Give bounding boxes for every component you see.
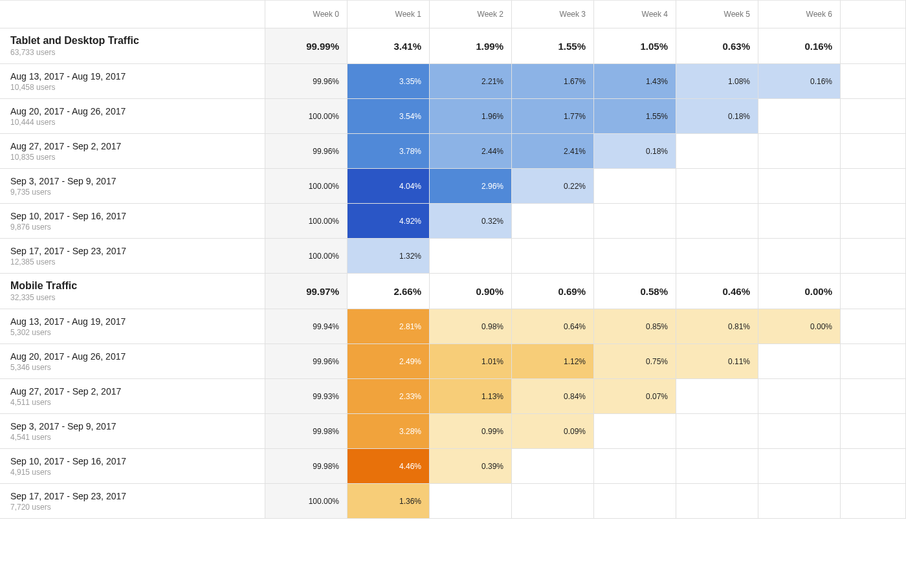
retention-cell — [758, 484, 841, 519]
cohort-label: Aug 27, 2017 - Sep 2, 201710,835 users — [0, 134, 265, 169]
cohort-label: Sep 3, 2017 - Sep 9, 20174,541 users — [0, 414, 265, 449]
summary-cell: 99.99% — [265, 28, 348, 64]
summary-cell: 1.05% — [594, 28, 676, 64]
row-gutter — [841, 239, 906, 274]
retention-cell — [758, 239, 841, 274]
retention-cell — [676, 204, 758, 239]
cohort-users: 10,458 users — [10, 83, 254, 92]
retention-cell — [512, 239, 594, 274]
retention-cell: 0.39% — [430, 449, 512, 484]
cohort-users: 4,915 users — [10, 468, 254, 477]
retention-cell: 0.85% — [594, 309, 676, 344]
retention-cell: 0.07% — [594, 379, 676, 414]
retention-cell: 0.32% — [430, 204, 512, 239]
retention-cell: 100.00% — [265, 239, 348, 274]
summary-cell: 0.90% — [430, 274, 512, 309]
cohort-date-range: Sep 17, 2017 - Sep 23, 2017 — [10, 246, 254, 256]
retention-cell: 99.93% — [265, 379, 348, 414]
summary-cell: 0.46% — [676, 274, 758, 309]
cohort-label: Aug 20, 2017 - Aug 26, 201710,444 users — [0, 99, 265, 134]
retention-cell: 2.33% — [348, 379, 430, 414]
cohort-users: 4,541 users — [10, 433, 254, 442]
column-header: Week 5 — [676, 0, 758, 28]
summary-cell: 99.97% — [265, 274, 348, 309]
retention-cell: 0.00% — [758, 309, 841, 344]
segment-label: Mobile Traffic32,335 users — [0, 274, 265, 309]
retention-cell — [512, 484, 594, 519]
retention-cell: 1.08% — [676, 64, 758, 99]
retention-cell: 0.84% — [512, 379, 594, 414]
summary-cell: 0.63% — [676, 28, 758, 64]
retention-cell — [594, 169, 676, 204]
retention-cell: 2.49% — [348, 344, 430, 379]
retention-cell — [676, 239, 758, 274]
segment-users: 63,733 users — [10, 48, 254, 57]
column-header: Week 1 — [348, 0, 430, 28]
row-gutter — [841, 28, 906, 64]
retention-cell — [512, 449, 594, 484]
row-gutter — [841, 449, 906, 484]
column-header: Week 3 — [512, 0, 594, 28]
cohort-date-range: Aug 27, 2017 - Sep 2, 2017 — [10, 386, 254, 397]
cohort-retention-table: Week 0Week 1Week 2Week 3Week 4Week 5Week… — [0, 0, 906, 519]
row-gutter — [841, 204, 906, 239]
retention-cell — [758, 344, 841, 379]
retention-cell: 0.18% — [676, 99, 758, 134]
segment-users: 32,335 users — [10, 293, 254, 302]
cohort-label: Sep 17, 2017 - Sep 23, 20177,720 users — [0, 484, 265, 519]
cohort-label: Aug 27, 2017 - Sep 2, 20174,511 users — [0, 379, 265, 414]
retention-cell: 0.09% — [512, 414, 594, 449]
cohort-label: Aug 20, 2017 - Aug 26, 20175,346 users — [0, 344, 265, 379]
retention-cell: 99.96% — [265, 64, 348, 99]
cohort-date-range: Aug 13, 2017 - Aug 19, 2017 — [10, 71, 254, 82]
cohort-users: 10,444 users — [10, 118, 254, 127]
row-gutter — [841, 64, 906, 99]
segment-label: Tablet and Desktop Traffic63,733 users — [0, 28, 265, 64]
row-gutter — [841, 274, 906, 309]
cohort-users: 5,302 users — [10, 328, 254, 337]
retention-cell: 1.12% — [512, 344, 594, 379]
retention-cell — [758, 379, 841, 414]
retention-cell — [758, 449, 841, 484]
summary-cell: 1.55% — [512, 28, 594, 64]
retention-cell — [676, 169, 758, 204]
retention-cell: 3.28% — [348, 414, 430, 449]
cohort-date-range: Sep 10, 2017 - Sep 16, 2017 — [10, 211, 254, 221]
column-header: Week 4 — [594, 0, 676, 28]
retention-cell: 2.21% — [430, 64, 512, 99]
cohort-users: 12,385 users — [10, 257, 254, 267]
retention-cell: 0.16% — [758, 64, 841, 99]
summary-cell: 3.41% — [348, 28, 430, 64]
retention-cell — [594, 484, 676, 519]
retention-cell: 99.98% — [265, 449, 348, 484]
cohort-date-range: Sep 3, 2017 - Sep 9, 2017 — [10, 176, 254, 186]
row-gutter — [841, 414, 906, 449]
retention-cell: 1.77% — [512, 99, 594, 134]
retention-cell: 1.55% — [594, 99, 676, 134]
cohort-date-range: Sep 17, 2017 - Sep 23, 2017 — [10, 491, 254, 501]
summary-cell: 0.58% — [594, 274, 676, 309]
retention-cell: 0.22% — [512, 169, 594, 204]
retention-cell: 1.36% — [348, 484, 430, 519]
retention-cell: 0.75% — [594, 344, 676, 379]
summary-cell: 0.16% — [758, 28, 841, 64]
cohort-date-range: Aug 13, 2017 - Aug 19, 2017 — [10, 316, 254, 327]
retention-cell: 1.43% — [594, 64, 676, 99]
retention-cell: 4.04% — [348, 169, 430, 204]
retention-cell: 4.46% — [348, 449, 430, 484]
row-gutter — [841, 484, 906, 519]
summary-cell: 0.69% — [512, 274, 594, 309]
retention-cell: 99.98% — [265, 414, 348, 449]
retention-cell — [594, 204, 676, 239]
retention-cell: 0.64% — [512, 309, 594, 344]
retention-cell: 100.00% — [265, 169, 348, 204]
retention-cell — [676, 449, 758, 484]
cohort-users: 5,346 users — [10, 363, 254, 372]
retention-cell: 2.41% — [512, 134, 594, 169]
retention-cell — [676, 414, 758, 449]
retention-cell — [676, 484, 758, 519]
cohort-users: 9,876 users — [10, 223, 254, 232]
cohort-label: Aug 13, 2017 - Aug 19, 20175,302 users — [0, 309, 265, 344]
retention-cell — [594, 449, 676, 484]
retention-cell — [758, 134, 841, 169]
